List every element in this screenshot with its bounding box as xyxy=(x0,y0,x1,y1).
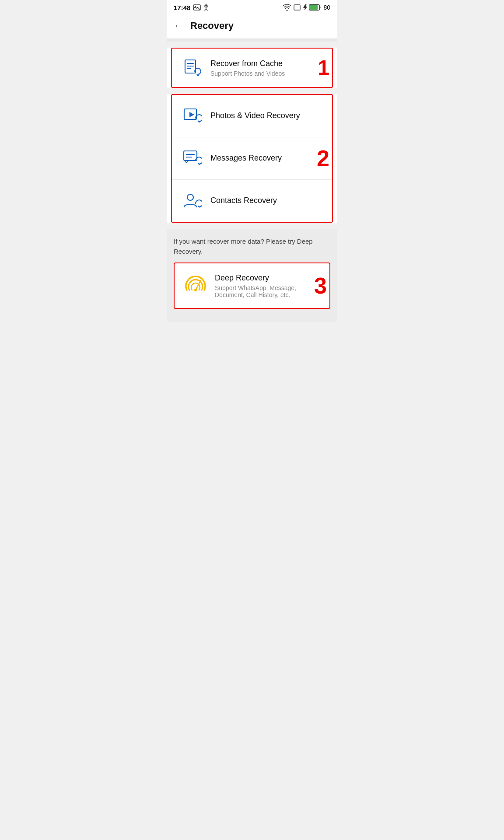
cache-item-subtitle: Support Photos and Videos xyxy=(210,70,323,77)
messages-text-block: Messages Recovery xyxy=(210,153,323,163)
battery-level: 80 xyxy=(323,4,330,11)
svg-rect-4 xyxy=(310,5,318,10)
status-right: 80 xyxy=(283,4,330,11)
svg-rect-2 xyxy=(294,5,300,10)
recover-cache-button[interactable]: Recover from Cache Support Photos and Vi… xyxy=(171,48,333,88)
video-icon xyxy=(181,105,203,127)
cache-item-title: Recover from Cache xyxy=(210,59,323,69)
contact-icon xyxy=(181,189,203,212)
radar-icon xyxy=(183,273,208,298)
wifi-icon xyxy=(283,4,291,11)
deep-recovery-card[interactable]: Deep Recovery Support WhatsApp, Message,… xyxy=(174,262,330,309)
photos-text-block: Photos & Video Recovery xyxy=(210,111,323,121)
app-header: ← Recovery xyxy=(167,14,337,39)
cache-icon xyxy=(181,56,203,79)
deep-recovery-section: If you want recover more data? Please tr… xyxy=(167,229,337,322)
sim-icon xyxy=(294,4,301,10)
deep-recovery-title: Deep Recovery xyxy=(215,273,321,283)
time-display: 17:48 xyxy=(174,4,190,11)
svg-marker-10 xyxy=(189,112,194,117)
photos-item-title: Photos & Video Recovery xyxy=(210,111,323,121)
deep-recovery-text-block: Deep Recovery Support WhatsApp, Message,… xyxy=(215,273,321,298)
contacts-text-block: Contacts Recovery xyxy=(210,196,323,206)
deep-recovery-subtitle: Support WhatsApp, Message, Document, Cal… xyxy=(215,284,321,298)
badge-1: 1 xyxy=(318,57,329,78)
header-divider xyxy=(167,39,337,42)
svg-point-14 xyxy=(187,194,193,200)
section-1-area: Recover from Cache Support Photos and Vi… xyxy=(167,48,337,88)
cache-text-block: Recover from Cache Support Photos and Vi… xyxy=(210,59,323,77)
svg-point-16 xyxy=(194,289,197,291)
back-button[interactable]: ← xyxy=(174,21,183,31)
messages-button[interactable]: Messages Recovery xyxy=(172,137,332,179)
section-2-area: Photos & Video Recovery Messages Recover… xyxy=(167,94,337,223)
deep-recovery-inner: Deep Recovery Support WhatsApp, Message,… xyxy=(175,263,329,308)
badge-2: 2 xyxy=(317,147,329,170)
photos-video-button[interactable]: Photos & Video Recovery xyxy=(172,95,332,137)
page-title: Recovery xyxy=(190,20,234,32)
status-left: 17:48 xyxy=(174,4,209,11)
status-bar: 17:48 80 xyxy=(167,0,337,14)
svg-rect-11 xyxy=(184,151,197,161)
charging-icon xyxy=(303,4,307,11)
message-icon xyxy=(181,147,203,170)
image-icon xyxy=(193,4,201,10)
contacts-item-title: Contacts Recovery xyxy=(210,196,323,206)
usb-icon xyxy=(203,4,209,11)
messages-item-title: Messages Recovery xyxy=(210,153,323,163)
section-2-group: Photos & Video Recovery Messages Recover… xyxy=(171,94,333,223)
deep-recovery-prompt: If you want recover more data? Please tr… xyxy=(174,237,330,256)
badge-3: 3 xyxy=(314,274,327,297)
battery-icon xyxy=(309,4,321,10)
contacts-button[interactable]: Contacts Recovery xyxy=(172,179,332,222)
